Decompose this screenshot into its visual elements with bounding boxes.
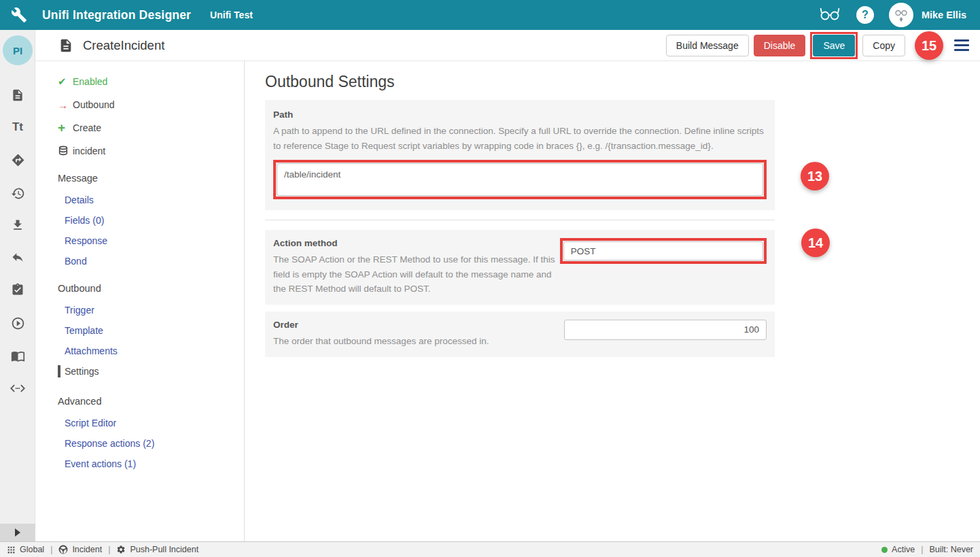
panel-divider: [265, 220, 775, 220]
nav-enabled[interactable]: ✔ Enabled: [35, 70, 244, 93]
nav-section-advanced: Advanced: [35, 390, 244, 413]
order-input[interactable]: [564, 320, 767, 340]
separator: |: [921, 545, 923, 554]
copy-button[interactable]: Copy: [862, 35, 905, 56]
code-icon[interactable]: [10, 380, 26, 396]
path-input[interactable]: /table/incident: [277, 163, 763, 196]
scope-label[interactable]: Global: [20, 545, 44, 554]
nav-table[interactable]: incident: [35, 139, 244, 163]
topbar: Unifi Integration Designer Unifi Test ?: [0, 0, 980, 30]
process-label[interactable]: Push-Pull Incident: [130, 545, 198, 554]
order-description: The order that outbound messages are pro…: [273, 334, 564, 349]
nav-link-attachments[interactable]: Attachments: [35, 341, 244, 361]
path-description: A path to append to the URL defined in t…: [273, 124, 767, 153]
nav-direction[interactable]: → Outbound: [35, 93, 244, 116]
help-icon[interactable]: ?: [856, 6, 874, 24]
save-annotation-box: Save: [810, 32, 858, 59]
arrow-right-icon: →: [58, 99, 73, 111]
active-status-label: Active: [892, 545, 915, 554]
expand-sidebar-icon: [15, 528, 20, 537]
action-method-annotation-box: [560, 238, 767, 264]
action-method-input[interactable]: [563, 241, 763, 260]
fields-typography-icon[interactable]: Tt: [10, 119, 26, 135]
check-icon: ✔: [58, 75, 73, 88]
nav-link-trigger[interactable]: Trigger: [35, 300, 244, 320]
nav-link-event-actions[interactable]: Event actions (1): [35, 454, 244, 474]
action-method-panel: Action method The SOAP Action or the RES…: [265, 230, 775, 305]
spectacles-icon[interactable]: [818, 5, 841, 25]
separator: |: [50, 545, 52, 554]
nav-section-outbound: Outbound: [35, 277, 244, 300]
path-label: Path: [273, 109, 767, 120]
nav-section-message: Message: [35, 167, 244, 190]
expand-rail-button[interactable]: [0, 524, 35, 541]
path-annotation-box: /table/incident: [273, 160, 767, 199]
main-content: Outbound Settings Path A path to append …: [245, 61, 980, 541]
integration-avatar[interactable]: PI: [3, 35, 33, 65]
nav-link-bond[interactable]: Bond: [35, 251, 244, 271]
section-heading: Outbound Settings: [265, 73, 980, 91]
action-method-description: The SOAP Action or the REST Method to us…: [273, 252, 560, 297]
order-label: Order: [273, 320, 564, 330]
directions-icon[interactable]: [10, 152, 26, 168]
nav-scenario-label: Create: [73, 122, 101, 133]
database-icon: [58, 146, 73, 156]
order-panel: Order The order that outbound messages a…: [265, 311, 775, 357]
messages-icon[interactable]: [10, 87, 26, 103]
nav-table-label: incident: [73, 146, 105, 156]
environment-name[interactable]: Unifi Test: [210, 10, 253, 20]
grid-icon: [7, 545, 16, 554]
plus-icon: +: [58, 120, 73, 135]
history-icon[interactable]: [10, 185, 26, 201]
status-right: Active | Built: Never: [881, 545, 973, 554]
nav-enabled-label: Enabled: [73, 76, 107, 87]
nav-direction-label: Outbound: [73, 99, 115, 110]
header-buttons: Build Message Disable Save Copy: [666, 30, 905, 61]
icon-rail: PI Tt: [0, 30, 35, 541]
build-message-button[interactable]: Build Message: [666, 35, 749, 56]
annotation-step-13: 13: [801, 162, 829, 190]
download-icon[interactable]: [10, 217, 26, 233]
message-nav: ✔ Enabled → Outbound + Create incident M…: [35, 61, 245, 541]
nav-link-fields[interactable]: Fields (0): [35, 210, 244, 231]
page-title: CreateIncident: [83, 38, 164, 53]
annotation-step-14: 14: [801, 229, 830, 257]
tasks-clipboard-icon[interactable]: [10, 282, 26, 298]
status-bar: Global | Incident | Push-Pull Incident A…: [0, 541, 980, 557]
user-avatar[interactable]: [889, 3, 913, 27]
disable-button[interactable]: Disable: [754, 35, 806, 56]
nav-link-response[interactable]: Response: [35, 231, 244, 251]
record-header: CreateIncident Build Message Disable Sav…: [35, 30, 980, 61]
nav-link-response-actions[interactable]: Response actions (2): [35, 433, 244, 454]
nav-link-settings[interactable]: Settings: [35, 361, 244, 382]
nav-scenario[interactable]: + Create: [35, 116, 244, 139]
save-button[interactable]: Save: [813, 35, 855, 56]
user-name[interactable]: Mike Ellis: [922, 10, 966, 20]
built-label: Built: Never: [929, 545, 973, 554]
integration-icon: [58, 545, 68, 554]
nav-link-details[interactable]: Details: [35, 190, 244, 210]
action-method-label: Action method: [273, 238, 560, 248]
wrench-icon: [11, 7, 27, 23]
documentation-book-icon[interactable]: [10, 348, 26, 364]
nav-link-template[interactable]: Template: [35, 320, 244, 341]
active-status-icon: [881, 547, 888, 553]
menu-icon[interactable]: [954, 39, 969, 54]
active-indicator: [58, 365, 60, 377]
reply-icon[interactable]: [10, 249, 26, 265]
run-play-icon[interactable]: [10, 315, 26, 331]
gear-icon: [116, 545, 126, 554]
path-field-panel: Path A path to append to the URL defined…: [265, 100, 775, 210]
annotation-step-15: 15: [915, 31, 943, 60]
app-title: Unifi Integration Designer: [42, 8, 191, 22]
separator: |: [108, 545, 110, 554]
nav-link-settings-label: Settings: [65, 366, 99, 377]
topbar-actions: ? Mike Ellis: [818, 3, 980, 27]
document-icon: [58, 38, 73, 53]
app-window: Unifi Integration Designer Unifi Test ?: [0, 0, 980, 557]
integration-label[interactable]: Incident: [72, 545, 102, 554]
nav-link-script-editor[interactable]: Script Editor: [35, 413, 244, 433]
